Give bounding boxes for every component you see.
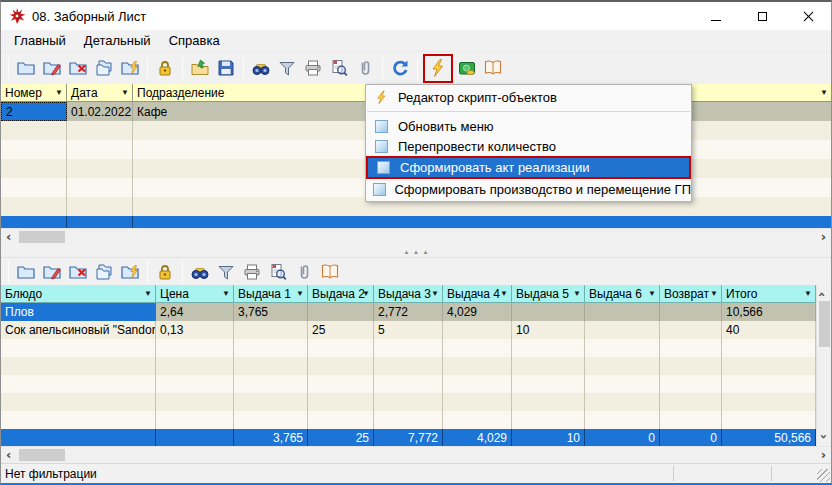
print-icon[interactable] [239, 259, 265, 285]
save-icon[interactable] [213, 55, 239, 81]
grid-cell[interactable] [234, 321, 308, 339]
column-header[interactable]: Выдача 5▼ [512, 285, 585, 303]
scroll-down-icon[interactable]: ‹ [816, 434, 829, 439]
pane-splitter[interactable]: ▴▴▴ [1, 245, 831, 257]
lock-icon[interactable] [152, 55, 178, 81]
new-folder-icon[interactable] [13, 55, 39, 81]
grid-cell[interactable] [443, 321, 512, 339]
column-header[interactable]: Блюдо▼ [1, 285, 156, 303]
filter-dropdown-icon[interactable]: ▼ [804, 289, 812, 298]
filter-dropdown-icon[interactable]: ▼ [820, 88, 828, 97]
scroll-right-icon[interactable]: › [821, 230, 826, 243]
hscroll-thumb[interactable] [19, 231, 65, 243]
menu-item-1[interactable]: Редактор скрипт-объектов [366, 87, 691, 107]
new-folder-icon[interactable] [13, 259, 39, 285]
column-header[interactable]: Выдача 4▼ [443, 285, 512, 303]
filter-dropdown-icon[interactable]: ▼ [362, 289, 370, 298]
grid-cell[interactable] [512, 303, 585, 321]
script-lightning-icon[interactable] [425, 55, 451, 81]
column-header[interactable]: Дата▼ [67, 84, 133, 102]
filter-dropdown-icon[interactable]: ▼ [55, 88, 63, 97]
scroll-up-icon[interactable]: ‹ [816, 292, 829, 297]
copy-record-icon[interactable] [91, 259, 117, 285]
delete-record-icon[interactable] [65, 55, 91, 81]
filter-dropdown-icon[interactable]: ▼ [296, 289, 304, 298]
table-row[interactable]: Плов2,643,7652,7724,02910,566 [1, 303, 816, 321]
menu-item-3[interactable]: Перепровести количество [366, 136, 691, 156]
column-header[interactable]: Выдача 2▼ [308, 285, 374, 303]
maximize-button[interactable] [739, 2, 785, 30]
table-row[interactable]: Сок апельсиновый "Sandora",0,132551040 [1, 321, 816, 339]
resize-grip-icon[interactable] [817, 469, 830, 482]
column-header[interactable]: Цена▼ [156, 285, 234, 303]
close-button[interactable] [785, 2, 831, 30]
grid-cell[interactable] [585, 303, 660, 321]
filter-dropdown-icon[interactable]: ▼ [648, 289, 656, 298]
menubar-item-2[interactable]: Детальный [75, 31, 160, 50]
column-header[interactable]: Выдача 1▼ [234, 285, 308, 303]
money-coins-icon[interactable] [454, 55, 480, 81]
edit-record-icon[interactable] [39, 259, 65, 285]
lock-icon[interactable] [152, 259, 178, 285]
column-header[interactable]: Выдача 3▼ [374, 285, 443, 303]
grid-cell[interactable]: 4,029 [443, 303, 512, 321]
edit-record-icon[interactable] [39, 55, 65, 81]
filter-funnel-icon[interactable] [213, 259, 239, 285]
print-icon[interactable] [300, 55, 326, 81]
grid-cell[interactable] [660, 303, 722, 321]
grid-cell[interactable]: 01.02.2022 [67, 102, 133, 121]
grid-cell[interactable] [585, 321, 660, 339]
grid-cell[interactable]: 5 [374, 321, 443, 339]
grid-cell[interactable]: 3,765 [234, 303, 308, 321]
filter-funnel-icon[interactable] [274, 55, 300, 81]
scroll-right-icon[interactable]: › [821, 448, 826, 461]
filter-dropdown-icon[interactable]: ▼ [431, 289, 439, 298]
delete-record-icon[interactable] [65, 259, 91, 285]
column-header[interactable]: Выдача 6▼ [585, 285, 660, 303]
vscroll-thumb[interactable] [819, 301, 830, 347]
menu-item-4[interactable]: Сформировать акт реализации [366, 156, 691, 179]
scroll-left-icon[interactable]: ‹ [6, 448, 11, 461]
filter-dropdown-icon[interactable]: ▼ [573, 289, 581, 298]
minimize-button[interactable] [693, 2, 739, 30]
filter-dropdown-icon[interactable]: ▼ [144, 289, 152, 298]
print-preview-icon[interactable] [265, 259, 291, 285]
open-book-icon[interactable] [317, 259, 343, 285]
column-header[interactable]: Итого▼ [722, 285, 816, 303]
grid-cell[interactable]: 0,13 [156, 321, 234, 339]
menubar-item-1[interactable]: Главный [5, 31, 75, 50]
print-preview-icon[interactable] [326, 55, 352, 81]
grid-cell[interactable]: 2,64 [156, 303, 234, 321]
refresh-icon[interactable] [387, 55, 413, 81]
search-binoculars-icon[interactable] [187, 259, 213, 285]
column-header[interactable]: Возврат▼ [660, 285, 722, 303]
copy-record-icon[interactable] [91, 55, 117, 81]
scroll-left-icon[interactable]: ‹ [6, 230, 11, 243]
open-folder-icon[interactable] [187, 55, 213, 81]
multi-edit-icon[interactable] [117, 259, 143, 285]
filter-dropdown-icon[interactable]: ▼ [710, 289, 718, 298]
filter-dropdown-icon[interactable]: ▼ [222, 289, 230, 298]
hscroll-thumb[interactable] [19, 449, 65, 461]
open-book-icon[interactable] [480, 55, 506, 81]
grid-cell[interactable]: 25 [308, 321, 374, 339]
grid-cell[interactable] [660, 321, 722, 339]
filter-dropdown-icon[interactable]: ▼ [121, 88, 129, 97]
grid-cell[interactable]: Сок апельсиновый "Sandora", [1, 321, 156, 339]
menu-item-5[interactable]: Сформировать производство и перемещение … [366, 179, 691, 199]
grid-cell[interactable]: 10,566 [722, 303, 816, 321]
detail-hscrollbar[interactable]: ‹ › [1, 446, 831, 463]
column-header[interactable]: Номер▼ [1, 84, 67, 102]
attachments-paperclip-icon[interactable] [291, 259, 317, 285]
menu-item-2[interactable]: Обновить меню [366, 116, 691, 136]
detail-vscrollbar[interactable]: ‹ ‹ [816, 285, 831, 446]
filter-dropdown-icon[interactable]: ▼ [500, 289, 508, 298]
documents-hscrollbar[interactable]: ‹ › [1, 228, 831, 245]
grid-cell[interactable]: 2,772 [374, 303, 443, 321]
menubar-item-3[interactable]: Справка [160, 31, 229, 50]
attachments-paperclip-icon[interactable] [352, 55, 378, 81]
grid-cell[interactable] [308, 303, 374, 321]
grid-cell[interactable]: 10 [512, 321, 585, 339]
grid-cell[interactable]: 40 [722, 321, 816, 339]
multi-edit-icon[interactable] [117, 55, 143, 81]
